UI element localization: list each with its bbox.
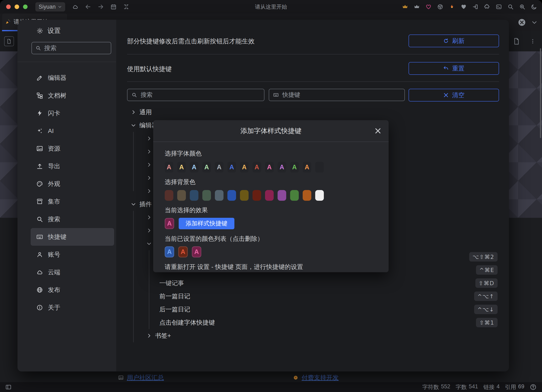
settings-menu-item[interactable]: 外观 xyxy=(31,175,114,193)
split-window-icon[interactable] xyxy=(123,4,129,10)
tree-row[interactable]: 一键记事⇧⌘D xyxy=(127,276,499,290)
bg-color-swatch[interactable] xyxy=(265,190,274,201)
bg-color-swatch[interactable] xyxy=(215,190,223,201)
reset-button[interactable]: 重置 xyxy=(409,62,499,75)
shortcut-key-badge[interactable]: ^⌘E xyxy=(476,265,498,275)
sync-cloud-icon[interactable] xyxy=(72,4,78,10)
chevron-right-icon[interactable] xyxy=(146,333,152,338)
font-color-swatch[interactable]: A xyxy=(165,162,173,173)
tree-row[interactable]: 书签+ xyxy=(127,329,499,342)
bg-color-swatch[interactable] xyxy=(177,190,186,201)
bg-color-swatch[interactable] xyxy=(315,190,324,201)
tree-row[interactable]: 通用 xyxy=(127,106,499,119)
gold-crown-icon[interactable] xyxy=(402,4,408,10)
font-color-swatch[interactable]: A xyxy=(215,162,223,173)
clear-button[interactable]: 清空 xyxy=(409,89,499,101)
font-color-swatch[interactable]: A xyxy=(290,162,299,173)
chevron-down-icon[interactable] xyxy=(146,241,152,246)
new-doc-icon[interactable] xyxy=(513,37,520,45)
close-icon[interactable] xyxy=(374,127,382,135)
settings-menu-item[interactable]: AI xyxy=(31,122,114,140)
font-color-swatch[interactable]: A xyxy=(303,162,311,173)
chevron-right-icon[interactable] xyxy=(146,228,152,233)
chevron-right-icon[interactable] xyxy=(131,110,136,115)
bg-color-swatch[interactable] xyxy=(190,190,198,201)
settings-menu-item[interactable]: 云端 xyxy=(31,263,114,281)
font-color-swatch[interactable]: A xyxy=(228,162,236,173)
shortcut-search-input[interactable]: 搜索 xyxy=(127,89,264,101)
shortcut-key-badge[interactable]: ^⌥↑ xyxy=(474,291,498,301)
editor-scrollbar[interactable] xyxy=(540,48,541,138)
settings-menu-item[interactable]: 发布 xyxy=(31,281,114,299)
sign-in-icon[interactable] xyxy=(472,4,478,10)
chevron-right-icon[interactable] xyxy=(146,188,152,194)
bg-color-swatch[interactable] xyxy=(240,190,249,201)
bg-color-swatch[interactable] xyxy=(165,190,173,201)
app-menu[interactable]: Siyuan xyxy=(35,2,65,11)
add-style-shortcut-button[interactable]: 添加样式快捷键 xyxy=(179,218,234,229)
chevron-right-icon[interactable] xyxy=(146,162,152,167)
settings-menu-item[interactable]: 集市 xyxy=(31,193,114,210)
fire-icon[interactable] xyxy=(449,4,455,10)
settings-menu-item[interactable]: 编辑器 xyxy=(31,69,114,87)
bg-color-swatch[interactable] xyxy=(202,190,211,201)
bg-color-swatch[interactable] xyxy=(278,190,286,201)
settings-menu-item[interactable]: 快捷键 xyxy=(31,228,114,246)
settings-menu-item[interactable]: 关于 xyxy=(31,299,114,316)
back-icon[interactable] xyxy=(85,4,91,10)
chrome-icon[interactable] xyxy=(437,4,443,10)
more-icon[interactable] xyxy=(530,38,536,44)
gray-crown-icon[interactable] xyxy=(414,4,420,10)
keystroke-input[interactable]: 快捷键 xyxy=(269,89,405,101)
settings-menu-item[interactable]: 闪卡 xyxy=(31,104,114,122)
chevron-down-icon[interactable] xyxy=(131,201,136,207)
minimize-window-button[interactable] xyxy=(15,5,19,9)
close-window-button[interactable] xyxy=(6,5,11,9)
settings-search-input[interactable]: 搜索 xyxy=(32,42,111,54)
dock-toggle-icon[interactable] xyxy=(5,384,11,390)
settings-menu-item[interactable]: 账号 xyxy=(31,246,114,263)
set-color-badge[interactable]: A xyxy=(165,246,174,257)
close-all-icon[interactable] xyxy=(518,18,526,26)
zoom-in-icon[interactable] xyxy=(519,4,525,10)
tree-row[interactable]: 后一篇日记^⌥↓ xyxy=(127,303,499,316)
chevron-right-icon[interactable] xyxy=(146,136,152,141)
chevron-right-icon[interactable] xyxy=(146,149,152,154)
chevron-down-icon[interactable] xyxy=(531,19,537,26)
shortcut-key-badge[interactable]: ⇧⌘1 xyxy=(476,318,498,327)
set-color-badge[interactable]: A xyxy=(192,246,201,257)
shortcut-key-badge[interactable]: ⇧⌘D xyxy=(475,278,498,288)
chevron-right-icon[interactable] xyxy=(146,175,152,180)
font-color-swatch[interactable]: A xyxy=(253,162,261,173)
settings-menu-item[interactable]: 导出 xyxy=(31,157,114,175)
doc-link-support[interactable]: 付费支持开发 xyxy=(293,373,339,382)
help-icon[interactable] xyxy=(530,384,537,391)
terminal-icon[interactable] xyxy=(496,4,502,10)
tree-row[interactable]: 前一篇日记^⌥↑ xyxy=(127,290,499,303)
extension-icon[interactable] xyxy=(484,4,490,10)
bg-color-swatch[interactable] xyxy=(290,190,299,201)
shortcut-key-badge[interactable]: ^⌥↓ xyxy=(474,305,498,314)
font-color-swatch[interactable]: A xyxy=(202,162,211,173)
settings-menu-item[interactable]: 搜索 xyxy=(31,210,114,228)
shortcut-key-badge[interactable]: ⌥⇧⌘2 xyxy=(469,252,498,262)
heart-filled-icon[interactable] xyxy=(461,4,467,10)
font-color-swatch[interactable]: A xyxy=(265,162,274,173)
dark-mode-icon[interactable] xyxy=(531,4,537,10)
settings-menu-item[interactable]: 文档树 xyxy=(31,87,114,104)
font-color-swatch[interactable]: A xyxy=(177,162,186,173)
heart-outline-icon[interactable] xyxy=(425,4,432,10)
bg-color-swatch[interactable] xyxy=(303,190,311,201)
bg-color-swatch[interactable] xyxy=(228,190,236,201)
set-color-badge[interactable]: A xyxy=(178,246,188,257)
refresh-button[interactable]: 刷新 xyxy=(409,35,499,47)
daily-note-icon[interactable] xyxy=(110,4,117,10)
tree-row[interactable]: 点击创建字体快捷键⇧⌘1 xyxy=(127,316,499,329)
settings-menu-item[interactable]: 资源 xyxy=(31,140,114,157)
font-color-swatch[interactable]: A xyxy=(240,162,249,173)
forward-icon[interactable] xyxy=(98,4,104,10)
bg-color-swatch[interactable] xyxy=(253,190,261,201)
font-color-swatch[interactable] xyxy=(315,162,324,173)
chevron-right-icon[interactable] xyxy=(146,215,152,220)
zoom-window-button[interactable] xyxy=(23,5,27,9)
